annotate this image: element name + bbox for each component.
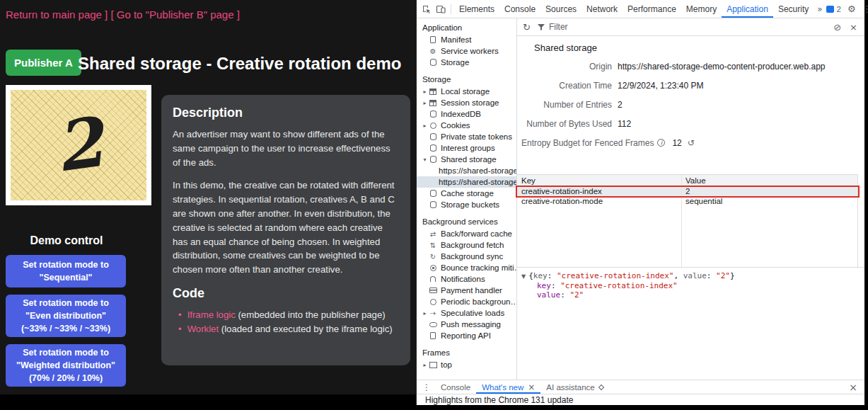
sidebar-item-payment-handler[interactable]: Payment handler (417, 285, 516, 296)
sidebar-item-cache-storage[interactable]: Cache storage (417, 188, 516, 199)
notifications-bell-icon (430, 276, 436, 282)
sidebar-item-notifications[interactable]: Notifications (417, 273, 516, 285)
panel-title: Shared storage (534, 42, 864, 53)
tab-application[interactable]: Application (722, 0, 773, 18)
property-value: "creative-rotation-index" (560, 281, 678, 290)
item-label: Background fetch (441, 241, 504, 249)
delete-selected-icon[interactable]: × (850, 22, 857, 33)
sidebar-item-cookies[interactable]: ▸Cookies (417, 120, 516, 131)
close-tab-icon[interactable]: × (528, 382, 535, 392)
sidebar-item-local-storage[interactable]: ▸Local storage (417, 86, 516, 97)
sidebar-item-indexeddb[interactable]: IndexedDB (417, 108, 516, 120)
section-header-application: Application (417, 21, 516, 34)
column-divider[interactable] (681, 175, 682, 267)
issues-counter[interactable]: 2 (826, 5, 841, 13)
sidebar-item-push-messaging[interactable]: Push messaging (417, 319, 516, 330)
shared-storage-table: Key Value creative-rotation-index 2 crea… (517, 174, 858, 267)
table-row[interactable]: creative-rotation-mode sequential (517, 196, 857, 206)
description-para-1: An advertiser may want to show different… (173, 127, 399, 169)
close-drawer-icon[interactable]: × (849, 382, 860, 393)
sidebar-item-session-storage[interactable]: ▸Session storage (417, 97, 516, 108)
expand-arrow-icon[interactable]: ▸ (421, 310, 429, 317)
sidebar-item-background-fetch[interactable]: ⇅Background fetch (417, 239, 516, 251)
expand-arrow-icon[interactable]: ▸ (421, 100, 429, 106)
sidebar-item-shared-storage[interactable]: ▾Shared storage (417, 154, 516, 165)
sidebar-item-private-state-tokens[interactable]: Private state tokens (417, 131, 516, 142)
return-main-link[interactable]: Return to main page (6, 8, 102, 21)
sidebar-item-back-forward-cache[interactable]: ⇄Back/forward cache (417, 228, 516, 239)
caret-down-icon[interactable]: ▼ (521, 273, 526, 280)
colon: : (707, 271, 716, 280)
tab-elements[interactable]: Elements (454, 0, 499, 18)
clear-all-icon[interactable]: ⊘ (833, 22, 841, 33)
even-distribution-button[interactable]: Set rotation mode to "Even distribution"… (6, 295, 126, 337)
private-state-tokens-icon (430, 133, 436, 140)
brace: } (730, 271, 735, 280)
publisher-b-link[interactable]: Go to "Publisher B" page (117, 8, 234, 21)
page-nav: Return to main page ] [ Go to "Publisher… (6, 8, 240, 21)
sidebar-item-storage[interactable]: Storage (417, 57, 516, 68)
worklet-link[interactable]: Worklet (187, 324, 219, 334)
drawer-tab-ai-assistance[interactable]: AI assistance (540, 380, 608, 394)
sidebar-item-shared-storage-origin-1[interactable]: https://shared-storage… (417, 165, 516, 176)
item-label: Payment handler (441, 286, 502, 295)
expand-arrow-icon[interactable]: ▸ (421, 362, 429, 368)
device-toolbar-icon[interactable] (434, 0, 448, 18)
tab-console[interactable]: Console (499, 0, 540, 18)
ad-creative-frame[interactable]: 2 (6, 85, 151, 205)
meta-value: 12/9/2024, 1:23:40 PM (618, 81, 864, 91)
collapse-arrow-icon[interactable]: ▾ (421, 156, 429, 163)
sidebar-item-periodic-background-sync[interactable]: Periodic backgroun… (417, 296, 516, 307)
sidebar-item-service-workers[interactable]: ⚙Service workers (417, 45, 516, 57)
more-options-icon[interactable]: ⋮ (862, 4, 868, 14)
entropy-label: Entropy Budget for Fenced Frames (521, 138, 654, 148)
iframe-logic-link[interactable]: Iframe logic (187, 309, 236, 320)
sidebar-item-storage-buckets[interactable]: Storage buckets (417, 199, 516, 210)
brace: { (528, 271, 533, 280)
settings-gear-icon[interactable]: ⚙ (847, 4, 856, 14)
item-label: Shared storage (441, 155, 497, 164)
more-tabs-icon[interactable]: » (814, 4, 826, 14)
item-label: Notifications (441, 275, 485, 283)
sidebar-item-reporting-api[interactable]: Reporting API (417, 330, 516, 341)
refresh-icon[interactable]: ↻ (523, 22, 531, 33)
sequential-mode-button[interactable]: Set rotation mode to "Sequential" (6, 255, 126, 287)
reset-budget-icon[interactable]: ↺ (688, 138, 695, 148)
tab-security[interactable]: Security (773, 0, 814, 18)
inspect-element-icon[interactable] (419, 0, 434, 18)
sidebar-item-manifest[interactable]: Manifest (417, 34, 516, 45)
table-header: Key Value (517, 175, 857, 186)
cell-value: sequential (681, 197, 857, 205)
tab-performance[interactable]: Performance (623, 0, 681, 18)
item-label: Session storage (441, 98, 499, 107)
tab-network[interactable]: Network (581, 0, 623, 18)
sidebar-item-bounce-tracking[interactable]: Bounce tracking miti… (417, 262, 516, 273)
drawer-more-icon[interactable]: ⋮ (422, 382, 431, 392)
sidebar-item-top-frame[interactable]: ▸top (417, 359, 516, 370)
meta-label: Origin (517, 62, 612, 72)
table-row[interactable]: creative-rotation-index 2 (517, 186, 857, 196)
tab-memory[interactable]: Memory (681, 0, 722, 18)
filter-input[interactable]: Filter (537, 22, 568, 32)
toolbar-right-group: ⊘ × (833, 22, 859, 33)
column-header-value[interactable]: Value (681, 176, 857, 185)
sidebar-item-speculative-loads[interactable]: ▸⇢Speculative loads (417, 307, 516, 319)
sidebar-item-background-sync[interactable]: ↻Background sync (417, 251, 516, 262)
push-cloud-icon (429, 322, 437, 327)
list-item: Worklet (loaded and executed by the ifra… (178, 322, 399, 336)
creative-number: 2 (50, 108, 107, 182)
preview-property-value: value: "2" (521, 290, 864, 300)
expand-arrow-icon[interactable]: ▸ (421, 123, 429, 129)
sidebar-item-shared-storage-origin-2[interactable]: https://shared-storage… (417, 176, 516, 188)
storage-icon (430, 59, 436, 66)
expand-arrow-icon[interactable]: ▸ (421, 89, 429, 95)
drawer-tab-console[interactable]: Console (435, 380, 476, 394)
drawer-tab-whats-new[interactable]: What's new× (476, 380, 540, 394)
sidebar-item-interest-groups[interactable]: Interest groups (417, 142, 516, 154)
colon: : (560, 290, 569, 300)
column-header-key[interactable]: Key (517, 176, 681, 185)
background-sync-icon: ↻ (429, 252, 437, 261)
tab-sources[interactable]: Sources (540, 0, 581, 18)
bounce-tracking-icon (430, 265, 436, 271)
weighted-distribution-button[interactable]: Set rotation mode to "Weighted distribut… (6, 344, 126, 387)
